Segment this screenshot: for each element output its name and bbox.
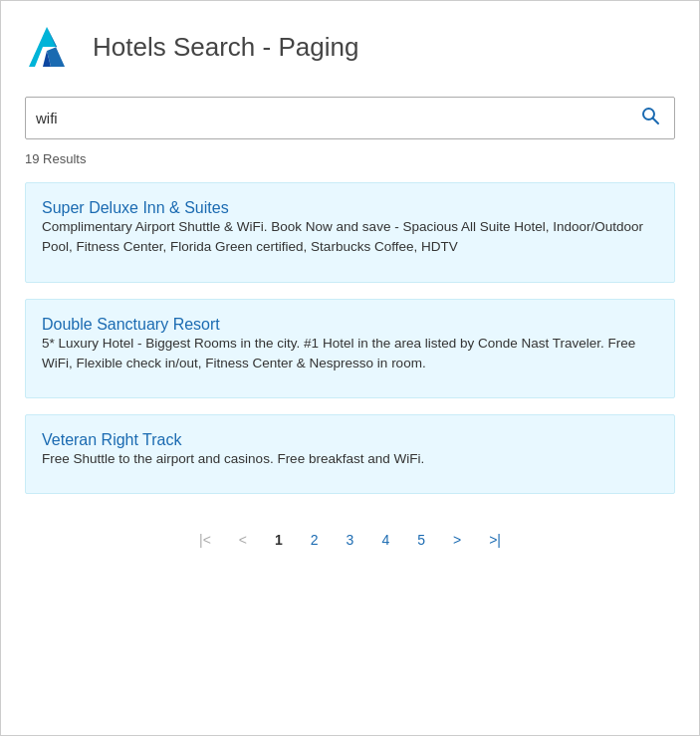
app-logo: [25, 21, 77, 73]
pagination-page-2[interactable]: 2: [307, 530, 323, 550]
result-card-3: Veteran Right Track Free Shuttle to the …: [25, 414, 675, 494]
results-count: 19 Results: [25, 151, 675, 166]
search-button[interactable]: [636, 106, 664, 130]
pagination-page-5[interactable]: 5: [413, 530, 429, 550]
pagination-page-3[interactable]: 3: [343, 530, 358, 550]
result-description-2: 5* Luxury Hotel - Biggest Rooms in the c…: [42, 334, 658, 374]
search-bar: [25, 97, 675, 139]
pagination: |< < 1 2 3 4 5 > >|: [25, 510, 675, 560]
app-header: Hotels Search - Paging: [25, 21, 675, 73]
pagination-last[interactable]: >|: [485, 530, 505, 550]
result-title-2[interactable]: Double Sanctuary Resort: [42, 316, 220, 333]
page-title: Hotels Search - Paging: [93, 32, 358, 63]
pagination-prev[interactable]: <: [235, 530, 251, 550]
pagination-page-1: 1: [271, 530, 287, 550]
pagination-first[interactable]: |<: [195, 530, 215, 550]
result-description-1: Complimentary Airport Shuttle & WiFi. Bo…: [42, 217, 658, 258]
pagination-page-4[interactable]: 4: [377, 530, 393, 550]
search-input[interactable]: [36, 110, 636, 126]
pagination-next[interactable]: >: [449, 530, 465, 550]
result-card-2: Double Sanctuary Resort 5* Luxury Hotel …: [25, 299, 675, 399]
results-list: Super Deluxe Inn & Suites Complimentary …: [25, 182, 675, 494]
svg-line-4: [653, 119, 659, 124]
result-card-1: Super Deluxe Inn & Suites Complimentary …: [25, 182, 675, 283]
search-icon: [640, 106, 660, 125]
result-title-1[interactable]: Super Deluxe Inn & Suites: [42, 199, 229, 216]
result-description-3: Free Shuttle to the airport and casinos.…: [42, 449, 658, 469]
result-title-3[interactable]: Veteran Right Track: [42, 431, 182, 448]
